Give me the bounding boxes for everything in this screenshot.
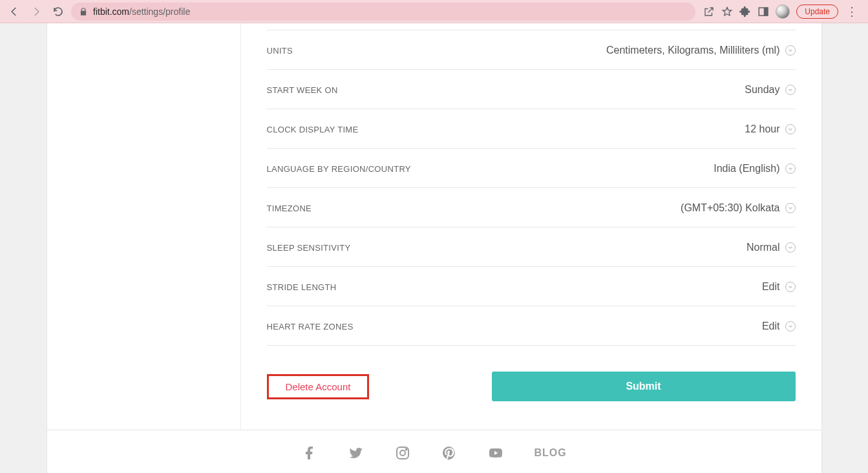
setting-label: UNITS <box>267 46 293 56</box>
setting-row-heart-rate[interactable]: HEART RATE ZONES Edit <box>267 306 796 346</box>
setting-row-clock[interactable]: CLOCK DISPLAY TIME 12 hour <box>267 109 796 148</box>
svg-rect-1 <box>765 8 768 16</box>
submit-button[interactable]: Submit <box>492 372 796 401</box>
chevron-down-icon <box>785 321 796 331</box>
setting-label: LANGUAGE BY REGION/COUNTRY <box>267 164 411 174</box>
pinterest-icon[interactable] <box>441 445 458 461</box>
setting-label: STRIDE LENGTH <box>267 282 337 292</box>
panel-icon[interactable] <box>757 6 769 17</box>
url-text: fitbit.com/settings/profile <box>93 6 190 17</box>
setting-row-language[interactable]: LANGUAGE BY REGION/COUNTRY India (Englis… <box>267 148 796 187</box>
settings-panel: UNITS Centimeters, Kilograms, Milliliter… <box>241 23 821 430</box>
chevron-down-icon <box>785 124 796 134</box>
sidebar-spacer <box>47 23 241 430</box>
setting-row-timezone[interactable]: TIMEZONE (GMT+05:30) Kolkata <box>267 187 796 227</box>
svg-point-4 <box>406 449 407 450</box>
chevron-down-icon <box>785 242 796 253</box>
twitter-icon[interactable] <box>348 445 365 461</box>
page-background: UNITS Centimeters, Kilograms, Milliliter… <box>0 23 868 473</box>
setting-label: TIMEZONE <box>267 204 312 213</box>
setting-label: CLOCK DISPLAY TIME <box>267 125 359 134</box>
setting-value: Centimeters, Kilograms, Milliliters (ml) <box>606 45 779 56</box>
share-icon[interactable] <box>703 6 715 17</box>
browser-actions: Update ⋮ <box>699 5 863 19</box>
chevron-down-icon <box>785 85 796 95</box>
svg-point-3 <box>400 450 405 456</box>
setting-label: SLEEP SENSITIVITY <box>267 243 351 253</box>
setting-row-start-week[interactable]: START WEEK ON Sunday <box>267 69 796 109</box>
setting-label: HEART RATE ZONES <box>267 322 354 331</box>
chevron-down-icon <box>785 203 796 213</box>
setting-value: India (English) <box>714 163 779 174</box>
update-button[interactable]: Update <box>796 5 838 19</box>
setting-value: Normal <box>746 242 780 253</box>
setting-value: Sunday <box>745 84 779 96</box>
setting-label: START WEEK ON <box>267 85 338 95</box>
youtube-icon[interactable] <box>487 445 504 461</box>
facebook-icon[interactable] <box>301 445 318 461</box>
chevron-down-icon <box>785 45 796 56</box>
form-actions: Delete Account Submit <box>267 346 796 415</box>
setting-value: 12 hour <box>745 123 779 135</box>
forward-button[interactable] <box>27 3 45 21</box>
instagram-icon[interactable] <box>394 445 411 461</box>
chevron-down-icon <box>785 282 796 292</box>
setting-value: (GMT+05:30) Kolkata <box>681 202 779 214</box>
lock-icon <box>79 7 88 16</box>
setting-row-units[interactable]: UNITS Centimeters, Kilograms, Milliliter… <box>267 30 796 69</box>
delete-account-link[interactable]: Delete Account <box>267 374 370 399</box>
footer: BLOG <box>47 430 821 473</box>
setting-value: Edit <box>762 321 780 332</box>
chrome-menu-icon[interactable]: ⋮ <box>845 6 859 17</box>
address-bar[interactable]: fitbit.com/settings/profile <box>71 3 695 21</box>
profile-avatar[interactable] <box>776 5 790 19</box>
setting-row-sleep[interactable]: SLEEP SENSITIVITY Normal <box>267 227 796 266</box>
chevron-down-icon <box>785 163 796 174</box>
extensions-icon[interactable] <box>739 6 751 17</box>
blog-link[interactable]: BLOG <box>534 447 566 459</box>
content-card: UNITS Centimeters, Kilograms, Milliliter… <box>47 23 822 473</box>
reload-button[interactable] <box>49 3 67 21</box>
browser-toolbar: fitbit.com/settings/profile Update ⋮ <box>0 0 868 23</box>
setting-value: Edit <box>762 281 780 293</box>
setting-row-stride[interactable]: STRIDE LENGTH Edit <box>267 266 796 306</box>
back-button[interactable] <box>5 3 23 21</box>
star-icon[interactable] <box>721 6 733 17</box>
